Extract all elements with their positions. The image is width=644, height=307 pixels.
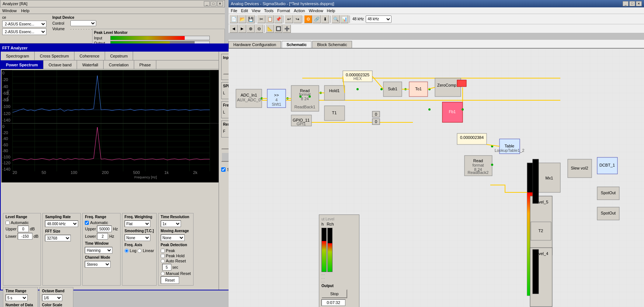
peak-checkbox[interactable]	[161, 249, 165, 253]
fr-upper-input[interactable]	[97, 226, 112, 232]
channel-mode-select[interactable]: Stereo	[85, 261, 111, 268]
sigma-close-btn[interactable]: ✕	[636, 1, 642, 6]
tb-sep5	[349, 15, 350, 23]
time-window-select[interactable]: Hanning	[85, 247, 112, 254]
fft-size-select[interactable]: 32768	[45, 235, 71, 241]
tb2-7[interactable]: ➕	[283, 25, 291, 33]
sec-input[interactable]	[162, 264, 171, 271]
tb2-6[interactable]: 🔲	[274, 25, 282, 33]
tab-cross-spectrum[interactable]: Cross Spectrum	[35, 52, 74, 60]
sigma-canvas: ADC_In1 AUX_ADC_0 >> 4 Shft1 Read format…	[229, 49, 644, 307]
ma-title: Moving Average	[161, 229, 191, 233]
manual-reset-radio[interactable]	[161, 272, 165, 276]
menu-help[interactable]: Help	[21, 8, 29, 13]
sigma-min-btn[interactable]: _	[623, 1, 629, 6]
lr-auto-checkbox[interactable]	[6, 221, 10, 225]
time-range-select[interactable]: 5 s	[6, 294, 28, 301]
split-lr-checkbox[interactable]	[221, 167, 226, 172]
sigma-max-btn[interactable]: □	[629, 1, 635, 6]
ob-select[interactable]: 1/6	[42, 294, 62, 301]
menu-window[interactable]: Window	[2, 8, 17, 13]
peak-hold-checkbox[interactable]	[161, 254, 165, 258]
level-bar-r	[327, 228, 333, 272]
device-select-2[interactable]: 2-ASUS Essenc...	[2, 28, 46, 35]
tb2-5[interactable]: 📐	[266, 25, 274, 33]
sm-tools[interactable]: Tools	[264, 8, 274, 13]
svg-text:To1: To1	[415, 87, 422, 91]
sm-window[interactable]: Window	[309, 8, 323, 13]
tb2-2[interactable]: ▶	[238, 25, 246, 33]
tb-open[interactable]: 📂	[238, 15, 246, 23]
tb-signal[interactable]: 📊	[340, 15, 348, 23]
tb2-4[interactable]: ⊖	[255, 25, 263, 33]
input-device-col: Input Device Control Volume · · · · · · …	[49, 15, 96, 31]
sigma-tab-hw[interactable]: Hardware Configuration	[229, 41, 281, 48]
lr-upper-input[interactable]	[18, 226, 29, 232]
maximize-btn[interactable]: □	[210, 1, 216, 6]
tb-sep4	[330, 15, 331, 23]
svg-text:LookupTable1_2: LookupTable1_2	[495, 148, 525, 153]
tab-spectrogram[interactable]: Spectrogram	[1, 52, 35, 60]
tab-cepstrum[interactable]: Cepstrum	[105, 52, 133, 60]
tb-save[interactable]: 💾	[247, 15, 255, 23]
svg-text:Sub1: Sub1	[388, 87, 397, 91]
tb-cut[interactable]: ✂	[257, 15, 265, 23]
sm-format[interactable]: Format	[277, 8, 290, 13]
tb-redo[interactable]: ↪	[293, 15, 302, 23]
sr-select[interactable]: 48.000 kHz	[45, 220, 78, 227]
lr-auto-label: Automatic	[11, 220, 29, 225]
tb-compile[interactable]: ⚙	[304, 15, 312, 23]
tab-phase[interactable]: Phase	[134, 60, 156, 69]
tr-select[interactable]: 1x	[161, 220, 181, 227]
tab-octave-band[interactable]: Octave band	[43, 60, 77, 69]
sm-action[interactable]: Action	[294, 8, 305, 13]
sm-help[interactable]: Help	[327, 8, 335, 13]
fa-log-radio[interactable]	[125, 249, 129, 253]
sm-select[interactable]: None	[125, 234, 150, 241]
fr-upper-label: Upper	[85, 227, 96, 231]
sigma-tab-schematic[interactable]: Schematic	[282, 41, 311, 48]
tab-waterfall[interactable]: Waterfall	[77, 60, 104, 69]
pd-peak-row: Peak	[161, 248, 191, 253]
volume-dots: · · · · · · · · · ·	[70, 27, 95, 31]
fw-select[interactable]: Flat	[125, 220, 150, 227]
close-btn[interactable]: ✕	[217, 1, 223, 6]
tb-copy[interactable]: 📋	[266, 15, 274, 23]
sm-view[interactable]: View	[252, 8, 261, 13]
tb2-3[interactable]: ⊕	[247, 25, 255, 33]
control-select[interactable]	[70, 20, 96, 26]
fr-auto-checkbox[interactable]	[85, 221, 89, 225]
tab-coherence[interactable]: Coherence	[74, 52, 105, 60]
reset-btn[interactable]: Reset	[161, 276, 179, 284]
sm-file[interactable]: File	[231, 8, 237, 13]
tb-paste[interactable]: 📌	[274, 15, 282, 23]
tb-link[interactable]: 🔗	[313, 15, 321, 23]
sigma-tab-block[interactable]: Block Schematic	[312, 41, 352, 48]
auto-reset-radio[interactable]	[161, 259, 165, 263]
analyzer-title: Analyzer [RA]	[0, 1, 204, 6]
minimize-btn[interactable]: _	[204, 1, 210, 6]
svg-text:0.000002384: 0.000002384	[460, 135, 484, 140]
ma-select[interactable]: None	[161, 234, 185, 241]
op-stop-btn[interactable]: Stop	[321, 289, 347, 298]
sm-edit[interactable]: Edit	[241, 8, 248, 13]
device-select-1[interactable]: 2-ASUS Essenc...	[2, 21, 46, 27]
auto-reset-label: Auto Reset	[166, 259, 186, 263]
tb2-1[interactable]: ◀	[230, 25, 238, 33]
tab-correlation[interactable]: Correlation	[104, 60, 134, 69]
tab-power-spectrum[interactable]: Power Spectrum	[1, 60, 43, 69]
lr-lower-input[interactable]	[18, 233, 32, 240]
analyzer-titlebar: Analyzer [RA] _ □ ✕	[0, 0, 225, 7]
tb-new[interactable]: 📄	[230, 15, 238, 23]
volume-label: Volume	[52, 27, 69, 31]
tb-undo[interactable]: ↩	[285, 15, 293, 23]
tb-probe[interactable]: 🔍	[332, 15, 340, 23]
volume-row: Volume · · · · · · · · · ·	[52, 27, 96, 31]
time-range-title: Time Range	[6, 289, 35, 293]
fr-lower-input[interactable]	[97, 233, 108, 240]
tb-download[interactable]: ⬇	[321, 15, 329, 23]
fa-linear-radio[interactable]	[137, 249, 142, 253]
svg-text:8  24: 8 24	[301, 97, 309, 101]
plm-title: Peak Level Monitor	[94, 31, 223, 35]
sample-rate-select[interactable]: 48 kHz	[366, 15, 391, 23]
